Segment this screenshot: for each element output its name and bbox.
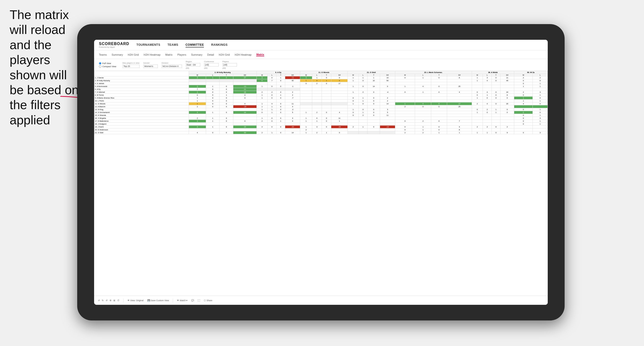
refresh-button[interactable]: ↺ <box>106 299 108 302</box>
player-name: 11. G Woods <box>94 102 189 105</box>
watch-button[interactable]: 👁 Watch ▾ <box>177 299 188 302</box>
subh-l4: L <box>358 74 367 76</box>
table-row: 10. L Perini 100 0102 11 <box>94 100 548 102</box>
view-options: Full View Compact View <box>99 62 116 68</box>
matrix-table: 2. M Kelly Mulcahy 6. A Dy 11. G Woods 2… <box>94 71 548 134</box>
division-label: Division <box>162 62 182 64</box>
sub-nav-matrix2[interactable]: Matrix <box>256 53 264 56</box>
clock-button[interactable]: ⏱ <box>117 299 120 302</box>
subh-l1: L <box>206 74 220 76</box>
redo-button[interactable]: ↻ <box>102 299 104 302</box>
nav-rankings[interactable]: RANKINGS <box>211 43 228 47</box>
max-players-filter: Max players in view Top 25 <box>122 62 140 68</box>
sub-nav-players[interactable]: Players <box>177 53 186 56</box>
tablet-screen: SCOREBOARD Powered by clippd TOURNAMENTS… <box>94 40 548 305</box>
col-header-schumac: 23. L Marie Schumac. <box>395 71 472 74</box>
sub-nav-detail[interactable]: Detail <box>207 53 214 56</box>
subh-d3: Dif <box>331 74 348 76</box>
toolbar-divider <box>123 299 124 302</box>
subh-t1: T <box>220 74 233 76</box>
table-row: 16. X Mcgaha 210 1003 10011 03 <box>94 117 548 120</box>
subh-w2: W <box>256 74 268 76</box>
subh-w1: W <box>189 74 206 76</box>
subh-t2: T <box>276 74 285 76</box>
save-custom-button[interactable]: 💾 Save Custom View <box>148 299 169 302</box>
subh-l6: L <box>483 74 492 76</box>
col-header-woods: 11. G Woods <box>300 71 348 74</box>
player-name: 19. J Karrh <box>94 126 189 128</box>
fullscreen-button[interactable]: ⛶ <box>198 299 200 302</box>
table-row: 13. N Klug 110-2 1003 0210 01 <box>94 108 548 111</box>
tablet-device: SCOREBOARD Powered by clippd TOURNAMENTS… <box>77 24 564 321</box>
share-button[interactable]: ⬡ Share <box>204 299 212 302</box>
filters-row: Full View Compact View Max players in vi… <box>94 59 548 71</box>
players-select[interactable]: (All) <box>222 63 237 66</box>
compact-view-option[interactable]: Compact View <box>99 65 116 68</box>
division-select[interactable]: NCAA Division II <box>162 65 182 68</box>
max-players-select[interactable]: Top 25 <box>122 65 140 68</box>
subh-l3: L <box>312 74 322 76</box>
nav-committee[interactable]: COMMITTEE <box>186 43 204 47</box>
player-name: 14. S Srichantamit <box>94 111 189 114</box>
division-filter: Division NCAA Division II <box>162 62 182 68</box>
player-name: 3. S Jelinek <box>94 82 189 85</box>
region-label: Region <box>186 60 200 63</box>
player-name: 2. M Kelly Mulcahy <box>94 79 189 82</box>
player-name: 16. X Mcgaha <box>94 117 189 120</box>
sub-nav-matrix[interactable]: Matrix <box>165 53 172 56</box>
matrix-content[interactable]: 2. M Kelly Mulcahy 6. A Dy 11. G Woods 2… <box>94 71 548 296</box>
grid-button[interactable]: ⊞ <box>114 299 115 302</box>
table-row: 14. S Srichantamit 31014 0105 1204 0105 … <box>94 111 548 114</box>
table-row: 20. E Andersson 2 0108 <box>94 128 548 131</box>
player-name: 13. N Klug <box>94 108 189 111</box>
undo-button[interactable]: ↺ <box>98 299 100 302</box>
player-name: 17. D Ballesteros <box>94 120 189 123</box>
sub-nav-h2h-grid[interactable]: H2H Grid <box>128 53 139 56</box>
player-name: 8. M Torres <box>94 94 189 97</box>
table-row: 3. S Jelinek 02017 01 <box>94 82 548 85</box>
sub-nav-teams[interactable]: Teams <box>99 53 107 56</box>
conference-select[interactable]: (All) <box>204 63 218 66</box>
sub-nav-summary[interactable]: Summary <box>112 53 123 56</box>
table-row: 1. J Garcia 31027 301-11 3100 11110 0106… <box>94 76 548 79</box>
gender-select[interactable]: Women's <box>143 65 158 68</box>
table-row: 9. A Maria Jimenez Rios 1000 100-7 0102 … <box>94 97 548 100</box>
full-view-option[interactable]: Full View <box>99 62 116 65</box>
sub-nav-h2h-grid2[interactable]: H2H Grid <box>219 53 230 56</box>
nav-teams[interactable]: TEAMS <box>168 43 178 47</box>
logo-powered: Powered by clippd <box>99 46 129 48</box>
sub-nav-summary2[interactable]: Summary <box>191 53 202 56</box>
full-view-radio[interactable] <box>99 62 101 65</box>
table-row: 18. J Hodgson 01 <box>94 123 548 126</box>
nav-bar: SCOREBOARD Powered by clippd TOURNAMENTS… <box>94 40 548 50</box>
max-players-label: Max players in view <box>122 62 140 64</box>
player-name: 21. O Stoll <box>94 131 189 134</box>
subh-w7: W <box>514 74 532 76</box>
sub-nav-h2h-heatmap[interactable]: H2H Heatmap <box>144 53 160 56</box>
bottom-toolbar: ↺ ↻ ↺ ⚙ ⊞ ⏱ 👁 View: Original 💾 Save Cust… <box>94 296 548 305</box>
compact-view-radio[interactable] <box>99 65 101 68</box>
view-original-button[interactable]: 👁 View: Original <box>128 299 144 302</box>
comment-button[interactable]: 💬 <box>191 299 194 302</box>
player-name: 5. A Nomrowski <box>94 85 189 88</box>
compact-view-label: Compact View <box>102 65 116 68</box>
subh-d4: Dif <box>380 74 395 76</box>
toolbar-history-group: ↺ ↻ ↺ ⚙ ⊞ ⏱ <box>98 299 120 302</box>
table-row: 8. M Torres 0010 1012 0108 01 <box>94 94 548 97</box>
nav-items: TOURNAMENTS TEAMS COMMITTEE RANKINGS <box>136 43 228 47</box>
settings-button[interactable]: ⚙ <box>110 299 112 302</box>
player-name: 7. O Mitchell <box>94 91 189 94</box>
sub-nav: Teams Summary H2H Grid H2H Heatmap Matri… <box>94 50 548 59</box>
sub-nav-h2h-heatmap2[interactable]: H2H Heatmap <box>235 53 252 56</box>
player-name: 12. A Bianchi <box>94 105 189 108</box>
subh-l2: L <box>268 74 276 76</box>
region-select[interactable]: East - DII <box>186 63 200 66</box>
table-row: 15. H Stranda 02011 01 <box>94 114 548 117</box>
table-row: 21. O Stoll 40033 21014 1210 2211 1109 0… <box>94 131 548 134</box>
nav-tournaments[interactable]: TOURNAMENTS <box>136 43 160 47</box>
table-row: 19. J Karrh 31019 400-20 130-33 210-13 0… <box>94 126 548 128</box>
conference-filter: Conference (All) (All) <box>204 60 218 69</box>
player-name: 10. L Perini <box>94 100 189 102</box>
table-row: 2. M Kelly Mulcahy 07040 1010 101050 140… <box>94 79 548 82</box>
col-header-dy: 6. A Dy <box>256 71 300 74</box>
